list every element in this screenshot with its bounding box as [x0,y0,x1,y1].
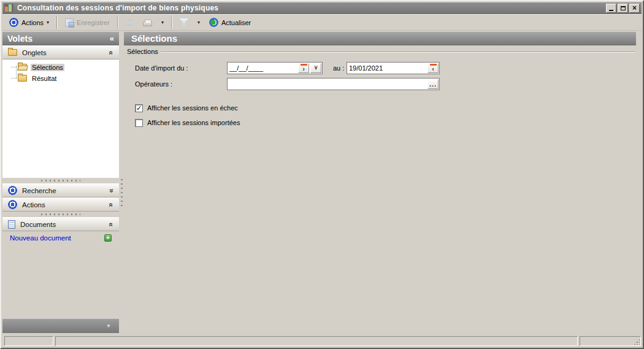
operators-combo: ... [227,78,440,90]
date-from-input[interactable] [228,63,297,74]
chevron-up-icon: « [107,50,116,55]
titlebar: Consultation des sessions d'import de bi… [2,2,642,14]
actualiser-button[interactable]: Actualiser [205,16,255,29]
maximize-button[interactable] [618,4,628,13]
checkbox-row-importees: Afficher les sessions importées [135,118,636,127]
check-icon: ✓ [136,105,142,111]
checkbox-sessions-echec[interactable]: ✓ [135,104,143,112]
operators-row: Opérateurs : ... [135,77,636,90]
date-from-label: Date d'import du : [135,64,227,72]
refresh-icon [126,19,134,26]
toolbar: Actions ▾ Enregistrer ▾ ▾ Actualiser [2,14,642,31]
collapse-sidebar-icon[interactable]: « [110,34,114,43]
groupbox-label: Sélections [127,48,158,55]
app-body: Volets « Onglets « Sélections Résulta [2,32,642,334]
tree-item-selections[interactable]: Sélections [11,63,119,72]
chevron-up-icon: « [107,222,116,226]
add-document-button[interactable]: + [104,234,112,242]
app-window: Consultation des sessions d'import de bi… [0,0,644,349]
main-content: Sélections Date d'import du : › ∨ [124,45,636,334]
close-button[interactable]: × [629,4,640,13]
window-title: Consultation des sessions d'import de bi… [17,4,606,12]
down-arrow-icon: ▼ [106,323,111,329]
sidebar-title-bar: Volets « [2,32,119,45]
refresh-button[interactable] [121,16,138,29]
folder-open-icon [18,64,27,71]
actions-target-icon [8,200,17,209]
horizontal-splitter[interactable] [2,212,119,217]
collapsed-panel-bar[interactable]: ▼ [2,318,119,333]
page-title: Sélections [131,33,177,44]
panel-header-onglets[interactable]: Onglets « [2,45,119,59]
checkbox-label: Afficher les sessions importées [147,119,240,126]
date-to-prev-button[interactable]: ‹ [427,63,439,73]
minimize-icon [609,10,613,11]
folder-icon [18,75,27,82]
ellipsis-icon: ... [429,82,437,86]
toolbar-separator [171,17,172,29]
panel-header-recherche[interactable]: Recherche « [2,183,119,198]
chevron-down-icon: ▾ [197,20,200,25]
sidebar: Volets « Onglets « Sélections Résulta [2,32,119,334]
date-from-combo: › ∨ [227,62,323,74]
status-cell [4,336,53,346]
maximize-icon [621,6,626,10]
recherche-target-icon [8,186,17,195]
print-dropdown-button[interactable]: ▾ [157,16,168,29]
filter-button[interactable] [175,16,193,29]
chevron-down-icon: ∨ [314,65,318,71]
close-icon: × [632,5,637,11]
actions-target-icon [9,18,18,27]
toolbar-separator [56,17,58,29]
resize-grip[interactable] [633,338,640,345]
groupbox-selections: Sélections [127,48,635,55]
chevron-up-icon: « [107,202,116,207]
chevron-down-icon: ▾ [47,20,49,25]
groupbox-line [161,52,635,53]
save-button[interactable]: Enregistrer [61,16,114,29]
onglets-tree: Sélections Résultat [2,59,119,178]
date-import-row: Date d'import du : › ∨ au : [135,61,636,74]
printer-icon [143,21,152,26]
date-from-next-button[interactable]: › [298,63,309,73]
operators-browse-button[interactable]: ... [427,79,439,89]
panel-header-documents[interactable]: Documents « [2,217,119,231]
checkbox-label: Afficher les sessions en échec [147,104,238,112]
date-to-combo: ‹ [347,62,440,74]
print-button[interactable] [139,16,156,29]
tree-guide-line [16,66,17,79]
splitter-dots [121,179,123,207]
chevron-down-icon: ▾ [161,20,164,25]
panel-header-actions[interactable]: Actions « [2,198,119,212]
toolbar-separator [117,17,118,29]
new-document-link[interactable]: Nouveau document [10,234,101,242]
status-bar [2,335,642,347]
documents-link-row: Nouveau document + [2,231,119,244]
date-from-dropdown-button[interactable]: ∨ [310,63,321,73]
vertical-splitter[interactable] [119,32,124,334]
chevron-left-icon: ‹ [432,66,434,72]
splitter-dots [41,180,80,182]
document-icon [8,220,15,229]
chevron-right-icon: › [302,66,305,72]
tree-item-resultat[interactable]: Résultat [11,74,119,83]
minimize-button[interactable] [606,4,616,13]
actualiser-icon [209,18,218,27]
filter-dropdown-button[interactable]: ▾ [193,16,204,29]
main-header: Sélections [124,32,636,45]
window-controls: × [606,4,640,13]
date-to-input[interactable] [347,63,427,74]
app-icon [4,4,13,12]
horizontal-splitter[interactable] [2,178,119,183]
operators-input[interactable] [228,79,427,90]
chevron-down-icon: « [107,188,116,193]
checkbox-sessions-importees[interactable] [135,119,143,127]
folder-icon [8,49,17,56]
operators-label: Opérateurs : [135,80,227,88]
sidebar-title: Volets [7,34,110,44]
filter-icon [180,18,188,26]
plus-icon: + [106,234,110,241]
sidebar-filler [2,244,119,318]
actions-button[interactable]: Actions ▾ [5,16,53,29]
status-cell [55,336,578,346]
